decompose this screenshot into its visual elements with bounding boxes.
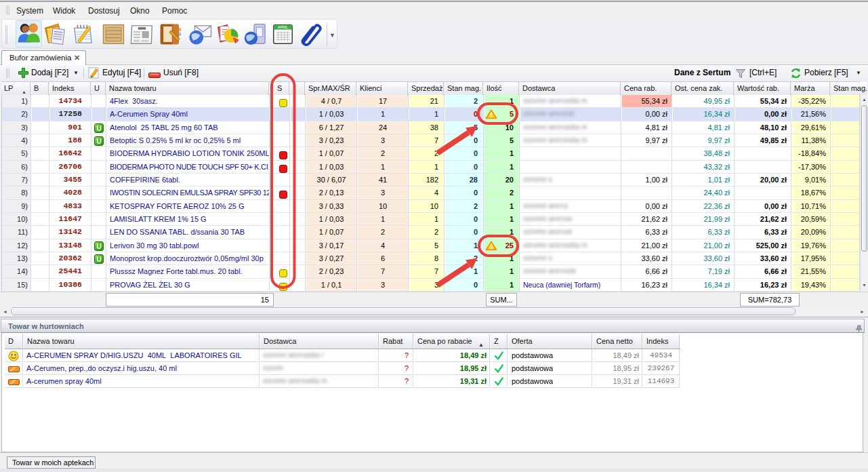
svg-text:APRIL: APRIL [278, 25, 288, 29]
